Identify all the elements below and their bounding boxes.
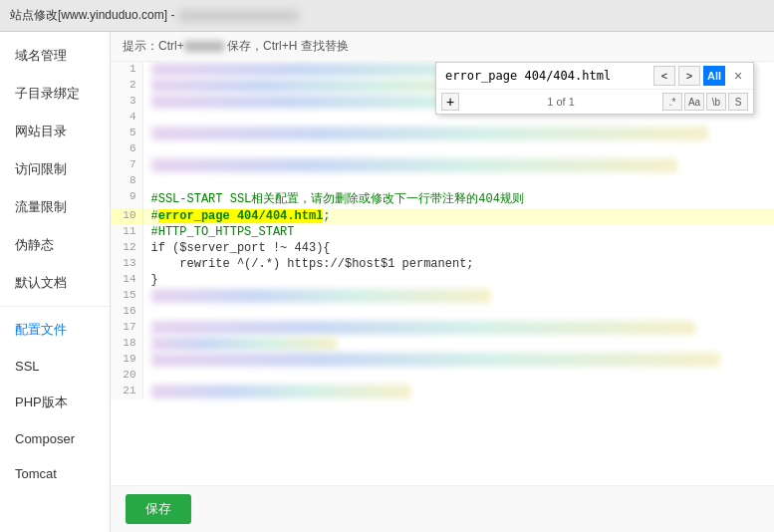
flag-regex-button[interactable]: .* xyxy=(662,93,682,111)
table-row: 11 #HTTP_TO_HTTPS_START xyxy=(111,224,774,240)
table-row: 8 xyxy=(111,173,774,189)
line-content: rewrite ^(/.*) https://$host$1 permanent… xyxy=(142,256,774,272)
line-content: ████████████████████████████████████████ xyxy=(142,320,774,336)
blurred-content: ████████████████████████████████████ xyxy=(151,158,677,172)
search-overlay: < > All × + 1 of 1 .* Aa \b S xyxy=(435,62,754,115)
sidebar-item-traffic[interactable]: 流量限制 xyxy=(0,188,110,226)
line-content: ████████████████████████████████████ xyxy=(142,157,774,173)
sidebar-item-static[interactable]: 伪静态 xyxy=(0,226,110,264)
content-area: 提示：Ctrl+ 保存，Ctrl+H 查找替换 < > All × + 1 of… xyxy=(111,32,774,532)
sidebar-item-ssl[interactable]: SSL xyxy=(0,349,110,384)
line-content: ████████████████████ xyxy=(142,384,774,399)
line-content: } xyxy=(142,272,774,288)
search-next-button[interactable]: > xyxy=(678,66,700,86)
code-comment: #HTTP_TO_HTTPS_START xyxy=(151,225,295,239)
line-number: 17 xyxy=(111,320,142,336)
line-number: 12 xyxy=(111,240,142,256)
line-content: ████████████████████████ xyxy=(142,288,774,304)
sidebar-item-tomcat[interactable]: Tomcat xyxy=(0,456,110,491)
flag-s-button[interactable]: S xyxy=(728,93,748,111)
table-row: 17 █████████████████████████████████████… xyxy=(111,320,774,336)
code-editor[interactable]: 1 ████████████████████████████████████ 2… xyxy=(111,62,774,485)
line-number: 2 xyxy=(111,78,142,94)
sidebar-item-access[interactable]: 访问限制 xyxy=(0,150,110,188)
table-row: 19 █████████████████████████████████████… xyxy=(111,352,774,368)
sidebar-divider xyxy=(0,306,110,307)
sidebar-item-php[interactable]: PHP版本 xyxy=(0,384,110,421)
line-number: 1 xyxy=(111,62,142,78)
blurred-content: ████████████ xyxy=(151,337,337,351)
table-row: 20 xyxy=(111,368,774,384)
sidebar-item-domain[interactable]: 域名管理 xyxy=(0,37,110,75)
line-number: 21 xyxy=(111,384,142,399)
sidebar-item-default[interactable]: 默认文档 xyxy=(0,264,110,302)
title-bar: 站点修改[www.yinduduo.com] - xyxy=(0,0,774,32)
table-row: 16 xyxy=(111,304,774,320)
line-number: 10 xyxy=(111,208,142,224)
save-area: 保存 xyxy=(111,485,774,532)
table-row: 5 ██████████████████████████████████████… xyxy=(111,126,774,141)
line-content: #HTTP_TO_HTTPS_START xyxy=(142,224,774,240)
line-number: 3 xyxy=(111,94,142,110)
line-content: ████████████████████████████████████████ xyxy=(142,126,774,141)
line-number: 19 xyxy=(111,352,142,368)
line-content xyxy=(142,368,774,384)
blurred-content: ████████████████████████████████████████ xyxy=(151,127,708,140)
line-number: 6 xyxy=(111,141,142,157)
table-row: 7 ████████████████████████████████████ xyxy=(111,157,774,173)
search-all-button[interactable]: All xyxy=(703,66,725,86)
code-text: } xyxy=(151,273,158,287)
line-content: #error_page 404/404.html; xyxy=(142,208,774,224)
blurred-content: ████████████████████████████████████████… xyxy=(151,353,721,367)
search-bottom: + 1 of 1 .* Aa \b S xyxy=(436,90,753,114)
flag-word-button[interactable]: \b xyxy=(706,93,726,111)
sidebar-item-webdir[interactable]: 网站目录 xyxy=(0,113,110,150)
line-number: 13 xyxy=(111,256,142,272)
main-layout: 域名管理 子目录绑定 网站目录 访问限制 流量限制 伪静态 默认文档 配置文件 … xyxy=(0,32,774,532)
title-blur xyxy=(178,10,298,22)
search-input[interactable] xyxy=(441,67,650,85)
line-number: 18 xyxy=(111,336,142,352)
line-number: 14 xyxy=(111,272,142,288)
hint-text: 提示：Ctrl+ xyxy=(123,39,184,53)
search-add-button[interactable]: + xyxy=(441,93,459,111)
editor-container[interactable]: < > All × + 1 of 1 .* Aa \b S xyxy=(111,62,774,485)
line-content: ████████████ xyxy=(142,336,774,352)
table-row: 10 #error_page 404/404.html; xyxy=(111,208,774,224)
title-text: 站点修改[www.yinduduo.com] - xyxy=(10,7,174,24)
save-button[interactable]: 保存 xyxy=(126,494,191,524)
table-row: 9 #SSL-START SSL相关配置，请勿删除或修改下一行带注释的404规则 xyxy=(111,189,774,208)
blurred-content: ████████████████████ xyxy=(151,385,411,399)
match-count: 1 of 1 xyxy=(463,96,658,108)
highlighted-text: error_page 404/404.html xyxy=(158,209,324,223)
hint-text2: 保存，Ctrl+H 查找替换 xyxy=(224,39,349,53)
line-number: 4 xyxy=(111,110,142,126)
sidebar-item-subdir[interactable]: 子目录绑定 xyxy=(0,75,110,113)
code-text: rewrite ^(/.*) https://$host$1 permanent… xyxy=(151,257,474,271)
line-content: ████████████████████████████████████████… xyxy=(142,352,774,368)
search-flags: .* Aa \b S xyxy=(662,93,748,111)
table-row: 15 ████████████████████████ xyxy=(111,288,774,304)
sidebar-item-config[interactable]: 配置文件 xyxy=(0,311,110,349)
table-row: 14 } xyxy=(111,272,774,288)
blurred-content: ████████████████████████████████████████ xyxy=(151,321,696,335)
line-number: 5 xyxy=(111,126,142,141)
line-number: 8 xyxy=(111,173,142,189)
sidebar-item-composer[interactable]: Composer xyxy=(0,421,110,456)
line-number: 11 xyxy=(111,224,142,240)
hint-bar: 提示：Ctrl+ 保存，Ctrl+H 查找替换 xyxy=(111,32,774,62)
search-close-button[interactable]: × xyxy=(728,66,748,86)
search-top: < > All × xyxy=(436,63,753,90)
line-number: 9 xyxy=(111,189,142,208)
line-number: 16 xyxy=(111,304,142,320)
line-content xyxy=(142,304,774,320)
flag-case-button[interactable]: Aa xyxy=(684,93,704,111)
table-row: 13 rewrite ^(/.*) https://$host$1 perman… xyxy=(111,256,774,272)
sidebar: 域名管理 子目录绑定 网站目录 访问限制 流量限制 伪静态 默认文档 配置文件 … xyxy=(0,32,111,532)
search-prev-button[interactable]: < xyxy=(653,66,675,86)
line-content xyxy=(142,141,774,157)
line-content xyxy=(142,173,774,189)
code-text: if ($server_port !~ 443){ xyxy=(151,241,331,255)
code-comment: #error_page 404/404.html; xyxy=(151,209,331,223)
table-row: 6 xyxy=(111,141,774,157)
